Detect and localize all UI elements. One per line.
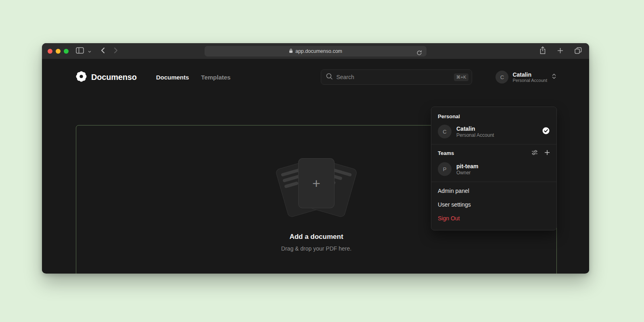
tabs-icon	[575, 47, 582, 55]
nav-documents[interactable]: Documents	[156, 74, 189, 81]
brand[interactable]: Documenso	[76, 71, 137, 84]
team-name: pit-team	[456, 163, 550, 169]
user-menu-trigger[interactable]: C Catalin Personal Account	[496, 71, 557, 84]
sidebar-menu-button[interactable]	[86, 46, 93, 56]
menu-item-admin-panel[interactable]: Admin panel	[431, 184, 556, 198]
personal-subtitle: Personal Account	[456, 133, 537, 138]
minimize-window-button[interactable]	[56, 49, 61, 54]
user-name: Catalin	[512, 72, 547, 77]
forward-button[interactable]	[112, 46, 119, 56]
address-bar[interactable]: app.documenso.com	[205, 46, 427, 56]
nav-templates[interactable]: Templates	[201, 74, 230, 81]
app-header: Documenso Documents Templates ⌘+K C Cata…	[76, 59, 557, 95]
teams-section-header: Teams	[431, 144, 556, 161]
browser-toolbar: app.documenso.com	[42, 43, 589, 59]
dropzone-subtitle: Drag & drop your PDF here.	[281, 245, 351, 252]
documents-illustration: +	[272, 157, 361, 221]
personal-account-item[interactable]: C Catalin Personal Account	[431, 123, 556, 144]
personal-avatar: C	[438, 125, 452, 138]
traffic-lights	[48, 49, 69, 54]
menu-item-sign-out[interactable]: Sign Out	[431, 211, 556, 225]
sliders-icon	[531, 149, 538, 157]
back-arrow-icon	[101, 47, 105, 55]
plus-icon	[544, 150, 550, 157]
team-item[interactable]: P pit-team Owner	[431, 161, 556, 182]
user-account-type: Personal Account	[512, 78, 547, 83]
plus-icon	[557, 48, 563, 55]
dropzone-title: Add a document	[289, 233, 343, 241]
documenso-logo-icon	[76, 71, 87, 84]
url-text: app.documenso.com	[295, 48, 342, 54]
search-shortcut-badge: ⌘+K	[454, 73, 469, 81]
tab-overview-button[interactable]	[573, 46, 583, 57]
create-team-button[interactable]	[544, 150, 550, 157]
menu-item-user-settings[interactable]: User settings	[431, 198, 556, 211]
manage-teams-button[interactable]	[531, 149, 538, 157]
brand-name: Documenso	[91, 73, 137, 82]
teams-section-label: Teams	[438, 150, 531, 156]
user-avatar: C	[496, 71, 508, 84]
sidebar-icon	[76, 47, 84, 55]
browser-window: app.documenso.com	[42, 43, 589, 274]
selector-chevrons-icon	[551, 73, 557, 81]
search-input[interactable]	[336, 74, 450, 80]
forward-arrow-icon	[114, 47, 118, 55]
reload-button[interactable]	[415, 48, 424, 59]
main-nav: Documents Templates	[156, 74, 231, 81]
search-icon	[326, 73, 333, 82]
new-tab-button[interactable]	[556, 46, 565, 56]
app-page: Documenso Documents Templates ⌘+K C Cata…	[42, 59, 589, 273]
team-avatar: P	[438, 162, 452, 176]
lock-icon	[289, 48, 293, 55]
add-plus-icon: +	[312, 176, 320, 190]
personal-section-label: Personal	[431, 109, 556, 123]
zoom-window-button[interactable]	[64, 49, 69, 54]
share-icon	[539, 46, 546, 56]
reload-icon	[416, 50, 422, 57]
team-role: Owner	[456, 170, 550, 175]
back-button[interactable]	[99, 46, 107, 56]
selected-check-icon	[542, 127, 550, 136]
close-window-button[interactable]	[48, 49, 52, 54]
search-box[interactable]: ⌘+K	[321, 69, 472, 85]
sidebar-toggle-button[interactable]	[74, 46, 86, 56]
share-button[interactable]	[538, 45, 548, 57]
personal-name: Catalin	[456, 126, 537, 132]
chevron-down-icon	[88, 48, 91, 54]
document-card-center: +	[299, 159, 334, 208]
account-menu: Personal C Catalin Personal Account Team…	[431, 107, 557, 230]
